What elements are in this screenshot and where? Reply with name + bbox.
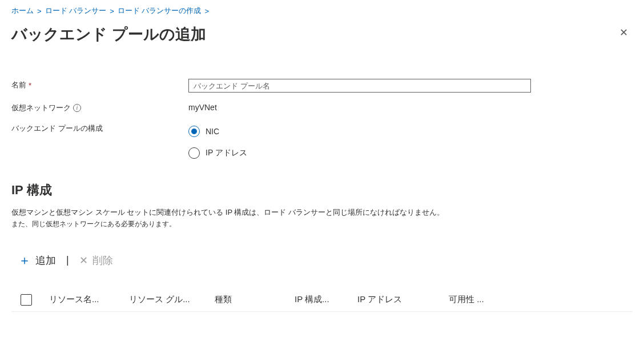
ip-config-desc-1: 仮想マシンと仮想マシン スケール セットに関連付けられている IP 構成は、ロー… (11, 207, 633, 218)
vnet-label: 仮想ネットワーク i (11, 102, 188, 113)
breadcrumb-create-load-balancer[interactable]: ロード バランサーの作成 (118, 6, 202, 16)
name-label: 名前 * (11, 79, 188, 90)
close-icon: ✕ (79, 254, 88, 267)
remove-button-label: 削除 (92, 254, 113, 267)
radio-ip-label: IP アドレス (206, 148, 247, 158)
chevron-right-icon: > (110, 7, 114, 15)
col-resource-name[interactable]: リソース名... (49, 294, 129, 305)
col-availability[interactable]: 可用性 ... (449, 294, 517, 305)
close-icon[interactable]: ✕ (615, 24, 633, 41)
toolbar-separator: | (66, 254, 69, 266)
chevron-right-icon: > (204, 7, 209, 15)
breadcrumb-home[interactable]: ホーム (11, 6, 34, 16)
col-ip-address[interactable]: IP アドレス (357, 294, 449, 305)
radio-button-icon (188, 126, 200, 137)
page-title: バックエンド プールの追加 (11, 24, 206, 45)
col-ip-config[interactable]: IP 構成... (295, 294, 357, 305)
backend-config-radio-group: NIC IP アドレス (188, 122, 531, 159)
ip-config-table-header: リソース名... リソース グル... 種類 IP 構成... IP アドレス … (11, 288, 633, 312)
radio-ip-address[interactable]: IP アドレス (188, 147, 531, 159)
radio-nic[interactable]: NIC (188, 126, 531, 137)
plus-icon: ＋ (18, 252, 31, 269)
col-resource-group[interactable]: リソース グル... (129, 294, 215, 305)
radio-nic-label: NIC (206, 127, 219, 136)
col-type[interactable]: 種類 (215, 294, 295, 305)
vnet-value: myVNet (188, 102, 531, 112)
name-input[interactable] (188, 79, 531, 93)
backend-config-label: バックエンド プールの構成 (11, 122, 188, 134)
ip-config-section-title: IP 構成 (11, 182, 633, 199)
breadcrumb: ホーム > ロード バランサー > ロード バランサーの作成 > (11, 6, 633, 16)
radio-button-icon (188, 147, 200, 159)
breadcrumb-load-balancers[interactable]: ロード バランサー (45, 6, 107, 16)
remove-button[interactable]: ✕ 削除 (76, 251, 116, 270)
add-button-label: 追加 (35, 254, 56, 267)
ip-config-toolbar: ＋ 追加 | ✕ 削除 (11, 250, 633, 271)
info-icon[interactable]: i (73, 104, 81, 112)
select-all-checkbox[interactable] (21, 294, 32, 306)
ip-config-desc-2: また、同じ仮想ネットワークにある必要があります。 (11, 219, 633, 229)
add-button[interactable]: ＋ 追加 (15, 250, 59, 271)
chevron-right-icon: > (37, 7, 42, 15)
